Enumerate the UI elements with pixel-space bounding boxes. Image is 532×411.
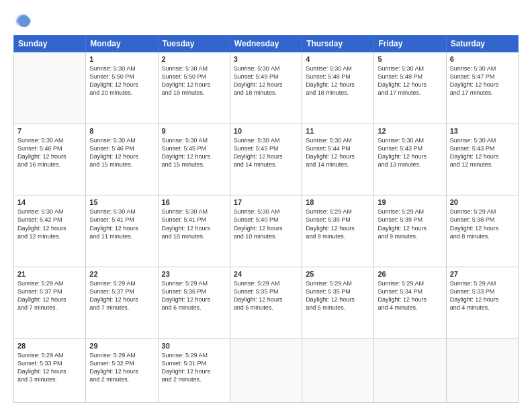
cell-details: Sunrise: 5:29 AM Sunset: 5:35 PM Dayligh… xyxy=(234,279,298,312)
day-number: 24 xyxy=(234,270,298,278)
day-number: 3 xyxy=(234,55,298,63)
day-number: 25 xyxy=(306,270,370,278)
day-number: 14 xyxy=(17,198,82,206)
cell-details: Sunrise: 5:29 AM Sunset: 5:39 PM Dayligh… xyxy=(378,208,442,240)
calendar-week-4: 28Sunrise: 5:29 AM Sunset: 5:33 PM Dayli… xyxy=(14,338,519,402)
cell-details: Sunrise: 5:30 AM Sunset: 5:48 PM Dayligh… xyxy=(306,64,370,97)
calendar-cell: 7Sunrise: 5:30 AM Sunset: 5:46 PM Daylig… xyxy=(14,124,86,195)
calendar-week-0: 1Sunrise: 5:30 AM Sunset: 5:50 PM Daylig… xyxy=(14,52,519,124)
calendar-cell: 3Sunrise: 5:30 AM Sunset: 5:49 PM Daylig… xyxy=(230,52,302,124)
day-number: 6 xyxy=(450,55,515,63)
calendar-cell: 6Sunrise: 5:30 AM Sunset: 5:47 PM Daylig… xyxy=(446,52,518,124)
calendar-cell: 25Sunrise: 5:29 AM Sunset: 5:35 PM Dayli… xyxy=(302,267,374,338)
cell-details: Sunrise: 5:30 AM Sunset: 5:43 PM Dayligh… xyxy=(450,136,515,169)
cell-details: Sunrise: 5:29 AM Sunset: 5:33 PM Dayligh… xyxy=(450,279,515,312)
day-number: 2 xyxy=(162,55,226,63)
calendar-cell: 19Sunrise: 5:29 AM Sunset: 5:39 PM Dayli… xyxy=(374,195,446,267)
calendar-cell: 16Sunrise: 5:30 AM Sunset: 5:41 PM Dayli… xyxy=(158,195,230,267)
day-number: 9 xyxy=(162,127,226,135)
calendar-week-2: 14Sunrise: 5:30 AM Sunset: 5:42 PM Dayli… xyxy=(14,195,519,267)
logo-icon xyxy=(13,11,32,30)
calendar-cell: 2Sunrise: 5:30 AM Sunset: 5:50 PM Daylig… xyxy=(158,52,230,124)
cell-details: Sunrise: 5:29 AM Sunset: 5:37 PM Dayligh… xyxy=(17,279,82,312)
calendar-cell: 4Sunrise: 5:30 AM Sunset: 5:48 PM Daylig… xyxy=(302,52,374,124)
calendar-cell: 10Sunrise: 5:30 AM Sunset: 5:45 PM Dayli… xyxy=(230,124,302,195)
day-number: 19 xyxy=(378,198,442,206)
day-number: 7 xyxy=(17,127,82,135)
cell-details: Sunrise: 5:29 AM Sunset: 5:34 PM Dayligh… xyxy=(378,279,442,312)
cell-details: Sunrise: 5:30 AM Sunset: 5:40 PM Dayligh… xyxy=(234,208,298,240)
calendar-cell: 20Sunrise: 5:29 AM Sunset: 5:38 PM Dayli… xyxy=(446,195,518,267)
calendar-cell: 11Sunrise: 5:30 AM Sunset: 5:44 PM Dayli… xyxy=(302,124,374,195)
calendar-table: SundayMondayTuesdayWednesdayThursdayFrid… xyxy=(13,35,519,403)
calendar-cell: 22Sunrise: 5:29 AM Sunset: 5:37 PM Dayli… xyxy=(86,267,158,338)
calendar-cell: 9Sunrise: 5:30 AM Sunset: 5:45 PM Daylig… xyxy=(158,124,230,195)
calendar-header-row: SundayMondayTuesdayWednesdayThursdayFrid… xyxy=(14,36,519,52)
day-number: 22 xyxy=(89,270,154,278)
page: SundayMondayTuesdayWednesdayThursdayFrid… xyxy=(0,0,532,411)
calendar-cell: 30Sunrise: 5:29 AM Sunset: 5:31 PM Dayli… xyxy=(158,338,230,402)
day-number: 10 xyxy=(234,127,298,135)
cell-details: Sunrise: 5:29 AM Sunset: 5:32 PM Dayligh… xyxy=(89,351,154,384)
calendar-week-3: 21Sunrise: 5:29 AM Sunset: 5:37 PM Dayli… xyxy=(14,267,519,338)
calendar-cell: 24Sunrise: 5:29 AM Sunset: 5:35 PM Dayli… xyxy=(230,267,302,338)
cell-details: Sunrise: 5:30 AM Sunset: 5:46 PM Dayligh… xyxy=(89,136,154,169)
calendar-cell xyxy=(446,338,518,402)
calendar-cell: 8Sunrise: 5:30 AM Sunset: 5:46 PM Daylig… xyxy=(86,124,158,195)
calendar-week-1: 7Sunrise: 5:30 AM Sunset: 5:46 PM Daylig… xyxy=(14,124,519,195)
day-number: 11 xyxy=(306,127,370,135)
col-header-saturday: Saturday xyxy=(446,36,518,52)
cell-details: Sunrise: 5:30 AM Sunset: 5:47 PM Dayligh… xyxy=(450,64,515,97)
calendar-cell: 15Sunrise: 5:30 AM Sunset: 5:41 PM Dayli… xyxy=(86,195,158,267)
col-header-monday: Monday xyxy=(86,36,158,52)
calendar-cell: 13Sunrise: 5:30 AM Sunset: 5:43 PM Dayli… xyxy=(446,124,518,195)
cell-details: Sunrise: 5:30 AM Sunset: 5:45 PM Dayligh… xyxy=(234,136,298,169)
logo xyxy=(13,11,35,30)
calendar-cell: 1Sunrise: 5:30 AM Sunset: 5:50 PM Daylig… xyxy=(86,52,158,124)
cell-details: Sunrise: 5:30 AM Sunset: 5:46 PM Dayligh… xyxy=(17,136,82,169)
day-number: 17 xyxy=(234,198,298,206)
day-number: 13 xyxy=(450,127,515,135)
cell-details: Sunrise: 5:29 AM Sunset: 5:39 PM Dayligh… xyxy=(306,208,370,240)
day-number: 28 xyxy=(17,342,82,350)
cell-details: Sunrise: 5:30 AM Sunset: 5:49 PM Dayligh… xyxy=(234,64,298,97)
day-number: 8 xyxy=(89,127,154,135)
col-header-thursday: Thursday xyxy=(302,36,374,52)
day-number: 20 xyxy=(450,198,515,206)
cell-details: Sunrise: 5:30 AM Sunset: 5:50 PM Dayligh… xyxy=(162,64,226,97)
calendar-cell: 17Sunrise: 5:30 AM Sunset: 5:40 PM Dayli… xyxy=(230,195,302,267)
calendar-cell: 26Sunrise: 5:29 AM Sunset: 5:34 PM Dayli… xyxy=(374,267,446,338)
calendar-cell xyxy=(14,52,86,124)
cell-details: Sunrise: 5:30 AM Sunset: 5:42 PM Dayligh… xyxy=(17,208,82,240)
col-header-tuesday: Tuesday xyxy=(158,36,230,52)
cell-details: Sunrise: 5:30 AM Sunset: 5:45 PM Dayligh… xyxy=(162,136,226,169)
cell-details: Sunrise: 5:29 AM Sunset: 5:31 PM Dayligh… xyxy=(162,351,226,384)
day-number: 15 xyxy=(89,198,154,206)
cell-details: Sunrise: 5:30 AM Sunset: 5:44 PM Dayligh… xyxy=(306,136,370,169)
day-number: 29 xyxy=(89,342,154,350)
calendar-cell xyxy=(230,338,302,402)
day-number: 1 xyxy=(89,55,154,63)
col-header-wednesday: Wednesday xyxy=(230,36,302,52)
calendar-cell: 27Sunrise: 5:29 AM Sunset: 5:33 PM Dayli… xyxy=(446,267,518,338)
calendar-cell: 29Sunrise: 5:29 AM Sunset: 5:32 PM Dayli… xyxy=(86,338,158,402)
col-header-sunday: Sunday xyxy=(14,36,86,52)
day-number: 30 xyxy=(162,342,226,350)
calendar-cell: 28Sunrise: 5:29 AM Sunset: 5:33 PM Dayli… xyxy=(14,338,86,402)
calendar-cell: 21Sunrise: 5:29 AM Sunset: 5:37 PM Dayli… xyxy=(14,267,86,338)
day-number: 26 xyxy=(378,270,442,278)
cell-details: Sunrise: 5:30 AM Sunset: 5:48 PM Dayligh… xyxy=(378,64,442,97)
calendar-cell: 12Sunrise: 5:30 AM Sunset: 5:43 PM Dayli… xyxy=(374,124,446,195)
cell-details: Sunrise: 5:30 AM Sunset: 5:41 PM Dayligh… xyxy=(162,208,226,240)
day-number: 4 xyxy=(306,55,370,63)
cell-details: Sunrise: 5:30 AM Sunset: 5:41 PM Dayligh… xyxy=(89,208,154,240)
day-number: 18 xyxy=(306,198,370,206)
header xyxy=(13,11,519,30)
cell-details: Sunrise: 5:29 AM Sunset: 5:37 PM Dayligh… xyxy=(89,279,154,312)
calendar-cell xyxy=(302,338,374,402)
day-number: 16 xyxy=(162,198,226,206)
calendar-cell: 5Sunrise: 5:30 AM Sunset: 5:48 PM Daylig… xyxy=(374,52,446,124)
cell-details: Sunrise: 5:29 AM Sunset: 5:35 PM Dayligh… xyxy=(306,279,370,312)
cell-details: Sunrise: 5:29 AM Sunset: 5:36 PM Dayligh… xyxy=(162,279,226,312)
calendar-cell: 18Sunrise: 5:29 AM Sunset: 5:39 PM Dayli… xyxy=(302,195,374,267)
